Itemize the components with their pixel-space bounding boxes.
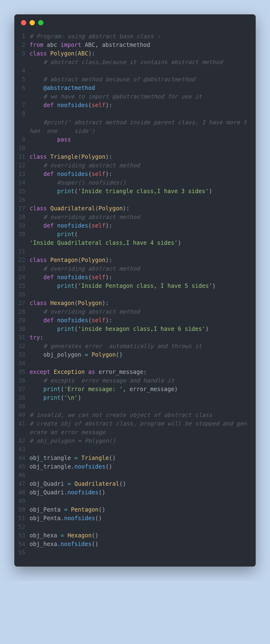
minimize-icon[interactable] (30, 20, 35, 25)
code-line[interactable]: 51obj_Penta.noofsides() (17, 514, 249, 522)
code-content[interactable]: # obj_polygon = Polygon() (30, 436, 249, 445)
code-line[interactable]: 'Inside Quadrilateral class,I have 4 sid… (17, 238, 249, 247)
code-line[interactable]: 27class Hexagon(Polygon): (17, 299, 249, 308)
code-content[interactable]: # overriding abstract method (30, 161, 249, 170)
code-line[interactable]: 47obj_Quadri = Quadrilateral() (17, 480, 249, 488)
code-line[interactable]: 24 def noofsides(self): (17, 273, 249, 282)
code-line[interactable]: # abstract class,because it contains abs… (17, 58, 249, 66)
code-content[interactable]: class Polygon(ABC): (30, 49, 249, 58)
code-line[interactable]: 34 (17, 359, 249, 368)
code-content[interactable]: def noofsides(self): (30, 101, 249, 110)
code-content[interactable]: obj_Quadri.noofsides() (30, 488, 249, 497)
code-line[interactable]: 33 obj_polygon = Polygon() (17, 350, 249, 359)
code-line[interactable]: 35except Exception as error_message: (17, 368, 249, 376)
code-line[interactable]: 49 (17, 497, 249, 505)
code-line[interactable]: 43 (17, 445, 249, 454)
code-content[interactable]: print('Error message: ', error_message) (30, 385, 249, 394)
code-content[interactable]: class Quadrilateral(Polygon): (30, 204, 249, 213)
code-content[interactable]: obj_hexa = Hexagon() (30, 531, 249, 540)
code-content[interactable]: obj_triangle.noofsides() (30, 462, 249, 471)
close-icon[interactable] (21, 20, 26, 25)
code-line[interactable]: 19 def noofsides(self): (17, 221, 249, 230)
code-content[interactable]: class Pentagon(Polygon): (30, 256, 249, 264)
code-line[interactable]: 9 pass (17, 135, 249, 144)
code-content[interactable]: def noofsides(self): (30, 221, 249, 230)
code-content[interactable]: print('Inside Pentagon class, I have 5 s… (30, 282, 249, 290)
code-line[interactable]: 50obj_Penta = Pentagon() (17, 505, 249, 514)
code-line[interactable]: 17class Quadrilateral(Polygon): (17, 204, 249, 213)
code-line[interactable]: 13 def noofsides(self): (17, 170, 249, 178)
code-content[interactable]: print( (30, 230, 249, 238)
code-content[interactable]: def noofsides(self): (30, 316, 249, 325)
code-line[interactable]: #print(' abstract method inside parent c… (17, 118, 249, 135)
code-content[interactable]: try: (30, 333, 249, 342)
code-line[interactable]: 11class Triangle(Polygon): (17, 152, 249, 161)
code-content[interactable]: obj_triangle = Triangle() (30, 454, 249, 462)
code-line[interactable]: 39 (17, 402, 249, 411)
code-content[interactable]: #print(' abstract method inside parent c… (30, 118, 249, 135)
code-content[interactable]: # invalid, we can not create object of a… (30, 411, 249, 419)
code-content[interactable]: 'Inside Quadrilateral class,I have 4 sid… (30, 238, 249, 247)
code-content[interactable]: # generates error automatically and thro… (30, 342, 249, 350)
code-content[interactable]: except Exception as error_message: (30, 368, 249, 376)
code-line[interactable]: 28 # overriding abstract method (17, 308, 249, 316)
code-line[interactable]: 38 print('\n') (17, 394, 249, 402)
code-line[interactable]: 40# invalid, we can not create object of… (17, 411, 249, 419)
code-line[interactable]: 44obj_triangle = Triangle() (17, 454, 249, 462)
code-line[interactable]: 22class Pentagon(Polygon): (17, 256, 249, 264)
code-content[interactable]: # Program: using abstract base class : (30, 32, 249, 41)
code-line[interactable]: 23 # overriding abstract method (17, 264, 249, 273)
code-line[interactable]: 3class Polygon(ABC): (17, 49, 249, 58)
code-content[interactable]: print('Inside triangle class,I have 3 si… (30, 187, 249, 196)
code-line[interactable]: 31try: (17, 333, 249, 342)
code-content[interactable]: class Hexagon(Polygon): (30, 299, 249, 308)
code-line[interactable]: 2from abc import ABC, abstractmethod (17, 41, 249, 49)
code-content[interactable]: print('inside hexagon class,I have 6 sid… (30, 325, 249, 333)
code-line[interactable]: 42# obj_polygon = Polygon() (17, 436, 249, 445)
code-line[interactable]: 25 print('Inside Pentagon class, I have … (17, 282, 249, 290)
code-line[interactable]: 20 print( (17, 230, 249, 238)
code-line[interactable]: 54obj_hexa.noofsides() (17, 540, 249, 548)
code-line[interactable]: 5 # abstract method because of @abstract… (17, 75, 249, 84)
code-content[interactable]: # create obj of abstract class, program … (30, 419, 249, 436)
code-content[interactable]: obj_Quadri = Quadrilateral() (30, 480, 249, 488)
code-line[interactable]: 7 def noofsides(self): (17, 101, 249, 110)
code-line[interactable]: 14 #super().noofsides() (17, 178, 249, 187)
code-line[interactable]: 53obj_hexa = Hexagon() (17, 531, 249, 540)
code-line[interactable]: 15 print('Inside triangle class,I have 3… (17, 187, 249, 196)
code-line[interactable]: 52 (17, 522, 249, 531)
code-line[interactable]: 4 (17, 66, 249, 75)
code-line[interactable]: 36 # excepts error message and handle it (17, 376, 249, 385)
code-content[interactable]: # we have to import @abstractmethod for … (30, 92, 249, 101)
code-content[interactable]: print('\n') (30, 394, 249, 402)
code-line[interactable]: 37 print('Error message: ', error_messag… (17, 385, 249, 394)
code-content[interactable]: obj_polygon = Polygon() (30, 350, 249, 359)
code-line[interactable]: 30 print('inside hexagon class,I have 6 … (17, 325, 249, 333)
code-content[interactable]: @abstractmethod (30, 84, 249, 92)
code-line[interactable]: 16 (17, 196, 249, 204)
code-content[interactable]: obj_Penta = Pentagon() (30, 505, 249, 514)
code-line[interactable]: 32 # generates error automatically and t… (17, 342, 249, 350)
code-line[interactable]: 41# create obj of abstract class, progra… (17, 419, 249, 436)
code-content[interactable]: obj_hexa.noofsides() (30, 540, 249, 548)
code-area[interactable]: 1# Program: using abstract base class :2… (14, 30, 256, 560)
code-line[interactable]: 46 (17, 471, 249, 480)
code-line[interactable]: # we have to import @abstractmethod for … (17, 92, 249, 101)
code-line[interactable]: 21 (17, 247, 249, 256)
maximize-icon[interactable] (38, 20, 43, 25)
code-content[interactable]: class Triangle(Polygon): (30, 152, 249, 161)
code-line[interactable]: 45obj_triangle.noofsides() (17, 462, 249, 471)
code-line[interactable]: 55 (17, 548, 249, 557)
code-content[interactable]: # excepts error message and handle it (30, 376, 249, 385)
code-content[interactable]: #super().noofsides() (30, 178, 249, 187)
code-content[interactable]: pass (30, 135, 249, 144)
code-line[interactable]: 12 # overriding abstract method (17, 161, 249, 170)
code-content[interactable]: # overriding abstract method (30, 264, 249, 273)
code-content[interactable]: # overriding abstract method (30, 213, 249, 221)
code-line[interactable]: 26 (17, 290, 249, 299)
code-line[interactable]: 29 def noofsides(self): (17, 316, 249, 325)
code-content[interactable]: # overriding abstract method (30, 308, 249, 316)
code-content[interactable]: # abstract class,because it contains abs… (30, 58, 249, 66)
code-content[interactable]: def noofsides(self): (30, 273, 249, 282)
code-line[interactable]: 8 (17, 110, 249, 118)
